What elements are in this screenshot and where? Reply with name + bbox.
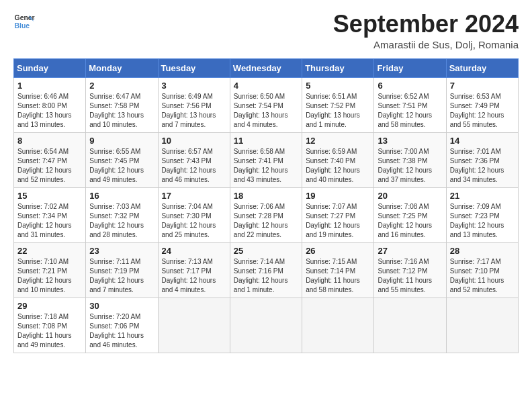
calendar-cell: 27Sunrise: 7:16 AM Sunset: 7:12 PM Dayli… xyxy=(374,242,446,298)
day-number: 16 xyxy=(89,191,154,201)
calendar-body: 1Sunrise: 6:46 AM Sunset: 8:00 PM Daylig… xyxy=(14,77,519,353)
day-number: 10 xyxy=(162,136,226,146)
calendar-cell: 13Sunrise: 7:00 AM Sunset: 7:38 PM Dayli… xyxy=(374,132,446,187)
day-number: 27 xyxy=(378,246,442,256)
day-number: 23 xyxy=(89,246,154,256)
calendar-week-3: 15Sunrise: 7:02 AM Sunset: 7:34 PM Dayli… xyxy=(14,187,519,242)
calendar-cell: 5Sunrise: 6:51 AM Sunset: 7:52 PM Daylig… xyxy=(302,77,374,132)
calendar-cell: 19Sunrise: 7:07 AM Sunset: 7:27 PM Dayli… xyxy=(302,187,374,242)
day-info: Sunrise: 6:57 AM Sunset: 7:43 PM Dayligh… xyxy=(162,147,226,185)
weekday-row: SundayMondayTuesdayWednesdayThursdayFrid… xyxy=(14,58,519,77)
day-number: 28 xyxy=(450,246,515,256)
calendar-cell xyxy=(446,298,518,353)
day-number: 22 xyxy=(17,246,82,256)
day-number: 19 xyxy=(306,191,370,201)
day-info: Sunrise: 6:50 AM Sunset: 7:54 PM Dayligh… xyxy=(234,92,298,130)
day-number: 29 xyxy=(17,301,82,311)
day-info: Sunrise: 6:47 AM Sunset: 7:58 PM Dayligh… xyxy=(89,92,154,130)
calendar-table: SundayMondayTuesdayWednesdayThursdayFrid… xyxy=(13,58,519,353)
calendar-cell: 24Sunrise: 7:13 AM Sunset: 7:17 PM Dayli… xyxy=(158,242,230,298)
calendar-cell: 25Sunrise: 7:14 AM Sunset: 7:16 PM Dayli… xyxy=(230,242,302,298)
day-info: Sunrise: 6:53 AM Sunset: 7:49 PM Dayligh… xyxy=(450,92,515,130)
calendar-cell: 21Sunrise: 7:09 AM Sunset: 7:23 PM Dayli… xyxy=(446,187,518,242)
calendar-cell xyxy=(374,298,446,353)
svg-text:General: General xyxy=(15,14,35,21)
day-number: 18 xyxy=(234,191,298,201)
day-number: 1 xyxy=(17,81,82,91)
day-number: 24 xyxy=(162,246,226,256)
day-number: 11 xyxy=(234,136,298,146)
day-info: Sunrise: 6:59 AM Sunset: 7:40 PM Dayligh… xyxy=(306,147,370,185)
calendar-cell: 15Sunrise: 7:02 AM Sunset: 7:34 PM Dayli… xyxy=(14,187,86,242)
calendar-cell: 30Sunrise: 7:20 AM Sunset: 7:06 PM Dayli… xyxy=(86,298,158,353)
day-info: Sunrise: 6:46 AM Sunset: 8:00 PM Dayligh… xyxy=(17,92,82,130)
calendar-cell: 26Sunrise: 7:15 AM Sunset: 7:14 PM Dayli… xyxy=(302,242,374,298)
day-info: Sunrise: 7:14 AM Sunset: 7:16 PM Dayligh… xyxy=(234,257,298,295)
day-info: Sunrise: 6:54 AM Sunset: 7:47 PM Dayligh… xyxy=(17,147,82,185)
calendar-cell: 6Sunrise: 6:52 AM Sunset: 7:51 PM Daylig… xyxy=(374,77,446,132)
calendar-cell: 22Sunrise: 7:10 AM Sunset: 7:21 PM Dayli… xyxy=(14,242,86,298)
calendar-cell xyxy=(302,298,374,353)
day-number: 6 xyxy=(378,81,442,91)
calendar-cell: 4Sunrise: 6:50 AM Sunset: 7:54 PM Daylig… xyxy=(230,77,302,132)
day-info: Sunrise: 7:02 AM Sunset: 7:34 PM Dayligh… xyxy=(17,202,82,240)
day-info: Sunrise: 6:51 AM Sunset: 7:52 PM Dayligh… xyxy=(306,92,370,130)
day-number: 2 xyxy=(89,81,154,91)
title-area: September 2024 Amarastii de Sus, Dolj, R… xyxy=(333,11,519,50)
weekday-header-wednesday: Wednesday xyxy=(230,58,302,77)
weekday-header-monday: Monday xyxy=(86,58,158,77)
day-number: 14 xyxy=(450,136,515,146)
day-number: 7 xyxy=(450,81,515,91)
day-number: 3 xyxy=(162,81,226,91)
day-number: 13 xyxy=(378,136,442,146)
day-info: Sunrise: 6:49 AM Sunset: 7:56 PM Dayligh… xyxy=(162,92,226,130)
calendar-cell xyxy=(230,298,302,353)
calendar-cell: 9Sunrise: 6:55 AM Sunset: 7:45 PM Daylig… xyxy=(86,132,158,187)
calendar-cell: 7Sunrise: 6:53 AM Sunset: 7:49 PM Daylig… xyxy=(446,77,518,132)
day-info: Sunrise: 7:10 AM Sunset: 7:21 PM Dayligh… xyxy=(17,257,82,295)
day-number: 17 xyxy=(162,191,226,201)
day-info: Sunrise: 7:15 AM Sunset: 7:14 PM Dayligh… xyxy=(306,257,370,295)
calendar-cell: 2Sunrise: 6:47 AM Sunset: 7:58 PM Daylig… xyxy=(86,77,158,132)
day-info: Sunrise: 7:11 AM Sunset: 7:19 PM Dayligh… xyxy=(89,257,154,295)
location-subtitle: Amarastii de Sus, Dolj, Romania xyxy=(333,39,519,50)
day-number: 30 xyxy=(89,301,154,311)
day-number: 15 xyxy=(17,191,82,201)
day-info: Sunrise: 6:55 AM Sunset: 7:45 PM Dayligh… xyxy=(89,147,154,185)
calendar-cell: 1Sunrise: 6:46 AM Sunset: 8:00 PM Daylig… xyxy=(14,77,86,132)
day-info: Sunrise: 7:06 AM Sunset: 7:28 PM Dayligh… xyxy=(234,202,298,240)
calendar-cell: 8Sunrise: 6:54 AM Sunset: 7:47 PM Daylig… xyxy=(14,132,86,187)
calendar-cell: 18Sunrise: 7:06 AM Sunset: 7:28 PM Dayli… xyxy=(230,187,302,242)
day-number: 20 xyxy=(378,191,442,201)
day-number: 21 xyxy=(450,191,515,201)
weekday-header-tuesday: Tuesday xyxy=(158,58,230,77)
weekday-header-thursday: Thursday xyxy=(302,58,374,77)
calendar-cell: 28Sunrise: 7:17 AM Sunset: 7:10 PM Dayli… xyxy=(446,242,518,298)
day-number: 5 xyxy=(306,81,370,91)
calendar-week-2: 8Sunrise: 6:54 AM Sunset: 7:47 PM Daylig… xyxy=(14,132,519,187)
calendar-cell: 17Sunrise: 7:04 AM Sunset: 7:30 PM Dayli… xyxy=(158,187,230,242)
calendar-week-1: 1Sunrise: 6:46 AM Sunset: 8:00 PM Daylig… xyxy=(14,77,519,132)
logo-icon: General Blue xyxy=(13,11,35,32)
day-info: Sunrise: 7:08 AM Sunset: 7:25 PM Dayligh… xyxy=(378,202,442,240)
calendar-cell: 12Sunrise: 6:59 AM Sunset: 7:40 PM Dayli… xyxy=(302,132,374,187)
day-info: Sunrise: 6:52 AM Sunset: 7:51 PM Dayligh… xyxy=(378,92,442,130)
day-info: Sunrise: 7:00 AM Sunset: 7:38 PM Dayligh… xyxy=(378,147,442,185)
month-title: September 2024 xyxy=(333,11,519,38)
calendar-cell: 20Sunrise: 7:08 AM Sunset: 7:25 PM Dayli… xyxy=(374,187,446,242)
calendar-cell: 14Sunrise: 7:01 AM Sunset: 7:36 PM Dayli… xyxy=(446,132,518,187)
day-info: Sunrise: 7:16 AM Sunset: 7:12 PM Dayligh… xyxy=(378,257,442,295)
day-info: Sunrise: 7:07 AM Sunset: 7:27 PM Dayligh… xyxy=(306,202,370,240)
calendar-cell: 10Sunrise: 6:57 AM Sunset: 7:43 PM Dayli… xyxy=(158,132,230,187)
day-info: Sunrise: 7:01 AM Sunset: 7:36 PM Dayligh… xyxy=(450,147,515,185)
day-info: Sunrise: 7:13 AM Sunset: 7:17 PM Dayligh… xyxy=(162,257,226,295)
day-info: Sunrise: 7:03 AM Sunset: 7:32 PM Dayligh… xyxy=(89,202,154,240)
header: General Blue September 2024 Amarastii de… xyxy=(13,11,519,50)
calendar-week-5: 29Sunrise: 7:18 AM Sunset: 7:08 PM Dayli… xyxy=(14,298,519,353)
calendar-cell: 11Sunrise: 6:58 AM Sunset: 7:41 PM Dayli… xyxy=(230,132,302,187)
weekday-header-saturday: Saturday xyxy=(446,58,518,77)
weekday-header-sunday: Sunday xyxy=(14,58,86,77)
calendar-header: SundayMondayTuesdayWednesdayThursdayFrid… xyxy=(14,58,519,77)
day-number: 9 xyxy=(89,136,154,146)
calendar-cell: 3Sunrise: 6:49 AM Sunset: 7:56 PM Daylig… xyxy=(158,77,230,132)
